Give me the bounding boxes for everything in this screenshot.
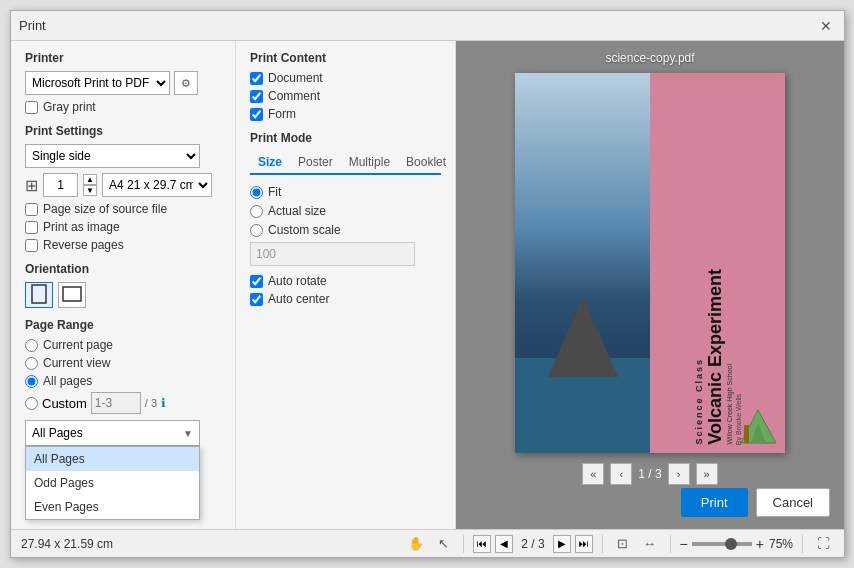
last-page-button[interactable]: » bbox=[696, 463, 718, 485]
page-size-checkbox[interactable] bbox=[25, 203, 38, 216]
all-pages-dropdown-list: All Pages Odd Pages Even Pages bbox=[25, 446, 200, 520]
portrait-icon bbox=[31, 284, 47, 307]
document-checkbox[interactable] bbox=[250, 72, 263, 85]
svg-rect-0 bbox=[32, 285, 46, 303]
book-cover: Science Class Volcanic Experiment Willow… bbox=[515, 73, 785, 453]
copies-row: ⊞ ▲ ▼ A4 21 x 29.7 cm Letter A3 bbox=[25, 173, 221, 197]
next-page-button[interactable]: › bbox=[668, 463, 690, 485]
separator-1 bbox=[463, 535, 464, 553]
scale-input bbox=[250, 242, 415, 266]
hand-tool-button[interactable]: ✋ bbox=[405, 533, 427, 555]
zoom-percent: 75% bbox=[769, 537, 793, 551]
cancel-button[interactable]: Cancel bbox=[756, 488, 830, 517]
fit-row: Fit bbox=[250, 185, 441, 199]
print-as-image-label: Print as image bbox=[43, 220, 120, 234]
actual-size-radio[interactable] bbox=[250, 205, 263, 218]
form-checkbox[interactable] bbox=[250, 108, 263, 121]
printer-select[interactable]: Microsoft Print to PDF bbox=[25, 71, 170, 95]
dropdown-item-even[interactable]: Even Pages bbox=[26, 495, 199, 519]
page-size-row: Page size of source file bbox=[25, 202, 221, 216]
separator-3 bbox=[670, 535, 671, 553]
portrait-button[interactable] bbox=[25, 282, 53, 308]
bottom-next-page[interactable]: ▶ bbox=[553, 535, 571, 553]
preview-nav: « ‹ 1 / 3 › » bbox=[582, 463, 717, 485]
auto-center-checkbox[interactable] bbox=[250, 293, 263, 306]
printer-settings-button[interactable]: ⚙ bbox=[174, 71, 198, 95]
fit-page-button[interactable]: ⊡ bbox=[612, 533, 634, 555]
tab-poster[interactable]: Poster bbox=[290, 151, 341, 175]
zoom-slider[interactable] bbox=[692, 542, 752, 546]
print-as-image-checkbox[interactable] bbox=[25, 221, 38, 234]
bottom-prev-page[interactable]: ◀ bbox=[495, 535, 513, 553]
copies-up-button[interactable]: ▲ bbox=[83, 174, 97, 185]
bottom-page-indicator: 2 / 3 bbox=[517, 537, 548, 551]
auto-center-label: Auto center bbox=[268, 292, 329, 306]
prev-page-button[interactable]: ‹ bbox=[610, 463, 632, 485]
preview-panel: science-copy.pdf Science Class Volcanic … bbox=[456, 41, 844, 529]
paper-select[interactable]: A4 21 x 29.7 cm Letter A3 bbox=[102, 173, 212, 197]
all-pages-radio[interactable] bbox=[25, 375, 38, 388]
print-mode-title: Print Mode bbox=[250, 131, 441, 145]
zoom-plus-icon: + bbox=[756, 536, 764, 552]
gray-print-label: Gray print bbox=[43, 100, 96, 114]
cover-texts: Science Class Volcanic Experiment Willow… bbox=[655, 81, 780, 445]
actual-size-label: Actual size bbox=[268, 204, 326, 218]
current-view-label: Current view bbox=[43, 356, 110, 370]
gray-print-row: Gray print bbox=[25, 100, 221, 114]
bottom-last-page[interactable]: ⏭ bbox=[575, 535, 593, 553]
print-content-title: Print Content bbox=[250, 51, 441, 65]
separator-4 bbox=[802, 535, 803, 553]
middle-panel: Print Content Document Comment Form Prin… bbox=[236, 41, 456, 529]
zoom-bar: − + bbox=[680, 536, 764, 552]
side-select-row: Single side Both sides - flip on long ed… bbox=[25, 144, 221, 168]
orientation-row bbox=[25, 282, 221, 308]
svg-rect-4 bbox=[744, 425, 749, 443]
dropdown-item-all[interactable]: All Pages bbox=[26, 447, 199, 471]
printer-select-row: Microsoft Print to PDF ⚙ bbox=[25, 71, 221, 95]
fit-width-button[interactable]: ↔ bbox=[639, 533, 661, 555]
landscape-button[interactable] bbox=[58, 282, 86, 308]
auto-rotate-row: Auto rotate bbox=[250, 274, 441, 288]
print-button[interactable]: Print bbox=[681, 488, 748, 517]
copies-down-button[interactable]: ▼ bbox=[83, 185, 97, 196]
auto-center-row: Auto center bbox=[250, 292, 441, 306]
current-view-radio[interactable] bbox=[25, 357, 38, 370]
info-icon: ℹ bbox=[161, 396, 166, 410]
copies-icon: ⊞ bbox=[25, 176, 38, 195]
auto-rotate-checkbox[interactable] bbox=[250, 275, 263, 288]
gray-print-checkbox[interactable] bbox=[25, 101, 38, 114]
gear-icon: ⚙ bbox=[181, 77, 191, 90]
first-page-button[interactable]: « bbox=[582, 463, 604, 485]
custom-radio[interactable] bbox=[25, 397, 38, 410]
print-settings-title: Print Settings bbox=[25, 124, 221, 138]
zoom-minus-icon: − bbox=[680, 536, 688, 552]
fullscreen-button[interactable]: ⛶ bbox=[812, 533, 834, 555]
bottom-first-page[interactable]: ⏮ bbox=[473, 535, 491, 553]
fit-label: Fit bbox=[268, 185, 281, 199]
dropdown-item-odd[interactable]: Odd Pages bbox=[26, 471, 199, 495]
custom-scale-row: Custom scale bbox=[250, 223, 441, 237]
custom-scale-radio[interactable] bbox=[250, 224, 263, 237]
preview-page: Science Class Volcanic Experiment Willow… bbox=[515, 73, 785, 453]
dialog-close-button[interactable]: ✕ bbox=[816, 16, 836, 36]
orientation-title: Orientation bbox=[25, 262, 221, 276]
tab-size[interactable]: Size bbox=[250, 151, 290, 175]
page-range-title: Page Range bbox=[25, 318, 221, 332]
printer-section-title: Printer bbox=[25, 51, 221, 65]
page-nav-bottom: ⏮ ◀ 2 / 3 ▶ ⏭ bbox=[473, 535, 592, 553]
side-select[interactable]: Single side Both sides - flip on long ed… bbox=[25, 144, 200, 168]
copies-input[interactable] bbox=[43, 173, 78, 197]
copies-spinners: ▲ ▼ bbox=[83, 174, 97, 196]
all-pages-dropdown-button[interactable]: All Pages ▼ bbox=[25, 420, 200, 446]
tab-multiple[interactable]: Multiple bbox=[341, 151, 398, 175]
preview-filename: science-copy.pdf bbox=[605, 51, 694, 65]
comment-checkbox[interactable] bbox=[250, 90, 263, 103]
current-page-radio[interactable] bbox=[25, 339, 38, 352]
reverse-pages-checkbox[interactable] bbox=[25, 239, 38, 252]
cursor-tool-button[interactable]: ↖ bbox=[432, 533, 454, 555]
tab-booklet[interactable]: Booklet bbox=[398, 151, 454, 175]
custom-range-input[interactable] bbox=[91, 392, 141, 414]
page-dimensions: 27.94 x 21.59 cm bbox=[21, 537, 113, 551]
cover-photo bbox=[515, 73, 650, 453]
fit-radio[interactable] bbox=[250, 186, 263, 199]
